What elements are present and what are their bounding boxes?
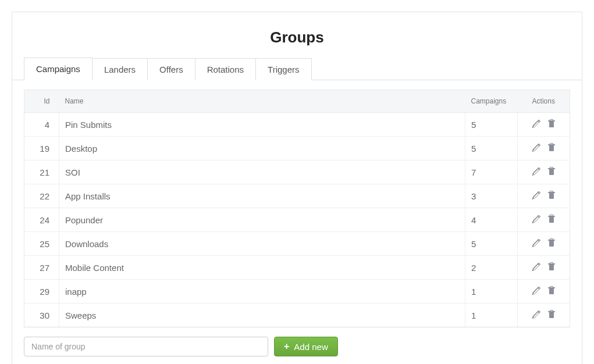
cell-name: Mobile Content bbox=[59, 256, 465, 280]
groups-table: Id Name Campaigns Actions 4Pin Submits51… bbox=[24, 90, 570, 327]
table-row: 27Mobile Content2 bbox=[24, 256, 570, 280]
edit-icon[interactable] bbox=[531, 119, 542, 129]
cell-campaigns: 1 bbox=[465, 304, 518, 327]
cell-name: Sweeps bbox=[59, 304, 465, 327]
add-new-button[interactable]: + Add new bbox=[274, 337, 338, 356]
cell-name: Popunder bbox=[59, 208, 465, 232]
delete-icon[interactable] bbox=[546, 119, 557, 129]
cell-id: 25 bbox=[24, 232, 59, 256]
cell-name: Pin Submits bbox=[59, 113, 465, 137]
cell-campaigns: 2 bbox=[465, 256, 518, 280]
cell-campaigns: 5 bbox=[465, 113, 518, 137]
cell-id: 27 bbox=[24, 256, 59, 280]
edit-icon[interactable] bbox=[531, 238, 542, 248]
cell-id: 22 bbox=[24, 184, 59, 208]
cell-campaigns: 7 bbox=[465, 160, 518, 184]
cell-actions bbox=[518, 137, 570, 160]
tab-rotations[interactable]: Rotations bbox=[195, 58, 256, 80]
delete-icon[interactable] bbox=[546, 142, 557, 153]
cell-actions bbox=[518, 232, 570, 256]
table-row: 30Sweeps1 bbox=[24, 304, 570, 327]
table-row: 19Desktop5 bbox=[24, 137, 570, 160]
cell-campaigns: 4 bbox=[465, 208, 518, 232]
cell-campaigns: 5 bbox=[465, 137, 518, 160]
cell-actions bbox=[518, 184, 570, 208]
cell-actions bbox=[518, 304, 570, 327]
delete-icon[interactable] bbox=[546, 262, 557, 272]
delete-icon[interactable] bbox=[546, 286, 557, 296]
cell-campaigns: 3 bbox=[465, 184, 518, 208]
cell-name: Downloads bbox=[59, 232, 465, 256]
edit-icon[interactable] bbox=[531, 262, 542, 272]
table-row: 29inapp1 bbox=[24, 280, 570, 304]
tab-landers[interactable]: Landers bbox=[92, 58, 148, 80]
cell-actions bbox=[518, 256, 570, 280]
groups-panel: Groups CampaignsLandersOffersRotationsTr… bbox=[12, 12, 582, 364]
table-row: 24Popunder4 bbox=[24, 208, 570, 232]
delete-icon[interactable] bbox=[546, 214, 557, 224]
cell-id: 21 bbox=[24, 160, 59, 184]
cell-actions bbox=[518, 113, 570, 137]
tab-campaigns[interactable]: Campaigns bbox=[24, 58, 93, 80]
cell-id: 30 bbox=[24, 304, 59, 327]
cell-actions bbox=[518, 208, 570, 232]
edit-icon[interactable] bbox=[531, 190, 542, 201]
cell-name: inapp bbox=[59, 280, 465, 304]
cell-actions bbox=[518, 280, 570, 304]
add-new-label: Add new bbox=[294, 342, 328, 352]
header-actions: Actions bbox=[518, 90, 570, 113]
cell-id: 24 bbox=[24, 208, 59, 232]
cell-name: SOI bbox=[59, 160, 465, 184]
delete-icon[interactable] bbox=[546, 190, 557, 201]
page-title: Groups bbox=[12, 28, 582, 47]
edit-icon[interactable] bbox=[531, 166, 542, 177]
cell-id: 29 bbox=[24, 280, 59, 304]
cell-campaigns: 1 bbox=[465, 280, 518, 304]
table-row: 21SOI7 bbox=[24, 160, 570, 184]
tab-triggers[interactable]: Triggers bbox=[255, 58, 311, 80]
cell-actions bbox=[518, 160, 570, 184]
group-name-input[interactable] bbox=[24, 337, 268, 356]
edit-icon[interactable] bbox=[531, 214, 542, 224]
header-id[interactable]: Id bbox=[24, 90, 59, 113]
edit-icon[interactable] bbox=[531, 142, 542, 153]
tab-offers[interactable]: Offers bbox=[147, 58, 195, 80]
header-name[interactable]: Name bbox=[59, 90, 465, 113]
cell-name: App Installs bbox=[59, 184, 465, 208]
delete-icon[interactable] bbox=[546, 166, 557, 177]
cell-id: 4 bbox=[24, 113, 59, 137]
edit-icon[interactable] bbox=[531, 286, 542, 296]
delete-icon[interactable] bbox=[546, 309, 557, 320]
table-row: 22App Installs3 bbox=[24, 184, 570, 208]
cell-id: 19 bbox=[24, 137, 59, 160]
content-area: Id Name Campaigns Actions 4Pin Submits51… bbox=[12, 80, 582, 356]
plus-icon: + bbox=[284, 342, 289, 351]
table-header-row: Id Name Campaigns Actions bbox=[24, 90, 570, 113]
cell-campaigns: 5 bbox=[465, 232, 518, 256]
cell-name: Desktop bbox=[59, 137, 465, 160]
delete-icon[interactable] bbox=[546, 238, 557, 248]
table-row: 25Downloads5 bbox=[24, 232, 570, 256]
edit-icon[interactable] bbox=[531, 309, 542, 320]
tabs: CampaignsLandersOffersRotationsTriggers bbox=[12, 57, 582, 80]
header-campaigns[interactable]: Campaigns bbox=[465, 90, 518, 113]
table-row: 4Pin Submits5 bbox=[24, 113, 570, 137]
add-group-row: + Add new bbox=[24, 337, 570, 356]
